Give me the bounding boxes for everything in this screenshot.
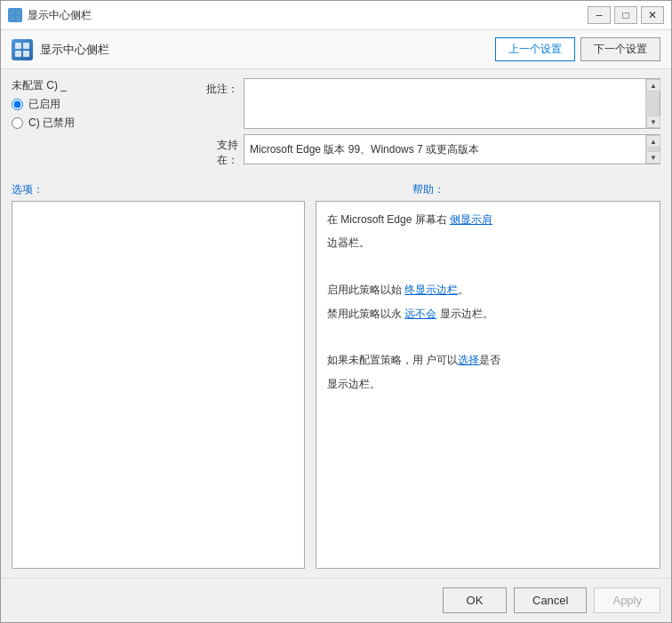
- header-title: 显示中心侧栏: [40, 42, 495, 58]
- apply-button[interactable]: Apply: [594, 587, 660, 613]
- disabled-radio[interactable]: [12, 117, 23, 129]
- nav-buttons: 上一个设置 下一个设置: [495, 37, 660, 61]
- support-scroll-down[interactable]: ▼: [646, 151, 660, 164]
- help-link-never[interactable]: 远不会: [404, 308, 436, 320]
- links-row: 选项： 帮助：: [12, 182, 660, 197]
- support-label: 支持在：: [198, 134, 238, 168]
- enabled-label: 已启用: [28, 97, 60, 112]
- support-wrapper: Microsoft Edge 版本 99、Windows 7 或更高版本 ▲ ▼: [244, 134, 660, 164]
- help-link-side[interactable]: 侧显示肩: [450, 213, 492, 226]
- enabled-radio[interactable]: [12, 99, 23, 110]
- minimize-button[interactable]: –: [588, 6, 611, 24]
- prev-setting-button[interactable]: 上一个设置: [495, 37, 575, 61]
- disabled-option[interactable]: C) 已禁用: [12, 116, 198, 131]
- svg-rect-2: [10, 16, 14, 20]
- config-left: 未配置 C) _ 已启用 C) 已禁用: [12, 78, 198, 131]
- svg-rect-5: [23, 43, 29, 49]
- maximize-button[interactable]: □: [614, 6, 637, 24]
- annotation-scrollbar: ▲ ▼: [645, 79, 660, 128]
- annotation-wrapper: ▲ ▼: [244, 78, 660, 129]
- help-link-always[interactable]: 终显示边栏: [404, 284, 458, 296]
- help-link-choose[interactable]: 选择: [458, 354, 479, 366]
- radio-group: 已启用 C) 已禁用: [12, 97, 198, 131]
- annotation-field: ▲ ▼: [244, 78, 660, 129]
- help-line5: 禁用此策略以永 远不会 显示边栏。: [327, 305, 649, 323]
- not-configured-label: 未配置 C) _: [12, 78, 198, 93]
- window-icon: [8, 8, 22, 22]
- close-button[interactable]: ✕: [641, 6, 664, 24]
- help-panel: 在 Microsoft Edge 屏幕右 侧显示肩 边器栏。 启用此策略以始 终…: [316, 201, 660, 569]
- footer: OK Cancel Apply: [1, 578, 671, 622]
- help-link[interactable]: 帮助：: [412, 182, 444, 197]
- options-panel: [12, 201, 305, 569]
- disabled-label: C) 已禁用: [28, 116, 75, 131]
- help-line6: [327, 328, 649, 346]
- svg-rect-7: [23, 51, 29, 57]
- annotation-label: 批注：: [198, 78, 238, 97]
- svg-rect-6: [15, 51, 21, 57]
- next-setting-button[interactable]: 下一个设置: [580, 37, 660, 61]
- svg-rect-1: [16, 10, 20, 14]
- window-title: 显示中心侧栏: [28, 8, 588, 23]
- main-window: 显示中心侧栏 – □ ✕ 显示中心侧栏 上一个设置 下一个设置 未配: [0, 0, 672, 623]
- options-link[interactable]: 选项：: [12, 182, 44, 197]
- enabled-option[interactable]: 已启用: [12, 97, 198, 112]
- ok-button[interactable]: OK: [443, 587, 507, 613]
- help-line4: 启用此策略以始 终显示边栏。: [327, 281, 649, 299]
- header-bar: 显示中心侧栏 上一个设置 下一个设置: [1, 30, 671, 69]
- svg-rect-3: [16, 16, 20, 20]
- header-icon: [12, 39, 33, 60]
- help-line2: 边器栏。: [327, 234, 649, 252]
- content-area: 未配置 C) _ 已启用 C) 已禁用 批注：: [1, 69, 671, 578]
- support-scroll-up[interactable]: ▲: [646, 135, 660, 148]
- cancel-button[interactable]: Cancel: [514, 587, 587, 613]
- annotation-textarea[interactable]: [244, 79, 645, 128]
- scroll-thumb: [646, 92, 660, 116]
- help-line3: [327, 258, 649, 276]
- support-scrollbar: ▲ ▼: [645, 135, 660, 164]
- support-value: Microsoft Edge 版本 99、Windows 7 或更高版本: [244, 135, 645, 164]
- help-line1: 在 Microsoft Edge 屏幕右 侧显示肩: [327, 211, 649, 228]
- window-controls: – □ ✕: [588, 6, 664, 24]
- help-line7: 如果未配置策略，用 户可以选择是否: [327, 351, 649, 369]
- panels-row: 在 Microsoft Edge 屏幕右 侧显示肩 边器栏。 启用此策略以始 终…: [12, 201, 660, 569]
- scroll-down-btn[interactable]: ▼: [646, 116, 660, 128]
- scroll-up-btn[interactable]: ▲: [646, 79, 660, 92]
- config-section: 未配置 C) _ 已启用 C) 已禁用 批注：: [12, 78, 660, 173]
- config-right: 批注： ▲ ▼ 支持在：: [198, 78, 660, 173]
- svg-rect-0: [10, 10, 14, 14]
- support-row: 支持在： Microsoft Edge 版本 99、Windows 7 或更高版…: [198, 134, 660, 168]
- support-field: Microsoft Edge 版本 99、Windows 7 或更高版本 ▲ ▼: [244, 134, 660, 164]
- title-bar: 显示中心侧栏 – □ ✕: [1, 1, 671, 30]
- svg-rect-4: [15, 43, 21, 49]
- help-line8: 显示边栏。: [327, 375, 649, 393]
- annotation-row: 批注： ▲ ▼: [198, 78, 660, 129]
